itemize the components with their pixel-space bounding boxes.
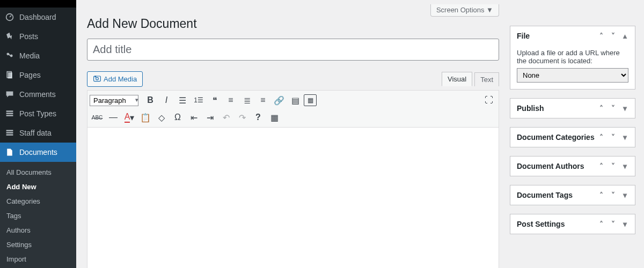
move-up-icon[interactable]: ˄ bbox=[597, 133, 605, 142]
file-location-select[interactable]: None bbox=[517, 68, 628, 83]
screen-options-button[interactable]: Screen Options ▼ bbox=[430, 4, 499, 17]
move-up-icon[interactable]: ˄ bbox=[597, 220, 605, 228]
list-icon bbox=[4, 108, 15, 119]
redo-button[interactable]: ↷ bbox=[235, 110, 250, 125]
metabox-title: File bbox=[517, 32, 530, 40]
file-help-text: Upload a file or add a URL where the doc… bbox=[517, 49, 628, 65]
toolbar-toggle-button[interactable]: ▦ bbox=[304, 94, 317, 106]
svg-point-2 bbox=[10, 55, 13, 57]
editor-content-area[interactable] bbox=[87, 128, 499, 268]
clear-formatting-button[interactable]: ◇ bbox=[154, 110, 169, 125]
sidebar-label: Dashboard bbox=[19, 13, 56, 21]
fullscreen-button[interactable]: ⛶ bbox=[481, 93, 496, 108]
submenu-item-all-documents[interactable]: All Documents bbox=[0, 165, 76, 180]
metabox-file: File ˄ ˅ ▴ Upload a file or add a URL wh… bbox=[510, 26, 635, 90]
outdent-button[interactable]: ⇤ bbox=[186, 110, 201, 125]
blockquote-button[interactable]: ❝ bbox=[207, 93, 222, 108]
metabox-categories-header[interactable]: Document Categories ˄ ˅ ▾ bbox=[510, 128, 635, 147]
move-down-icon[interactable]: ˅ bbox=[609, 162, 617, 170]
metabox-file-header[interactable]: File ˄ ˅ ▴ bbox=[510, 26, 635, 46]
help-button[interactable]: ? bbox=[251, 110, 266, 125]
table-button[interactable]: ▦ bbox=[267, 110, 282, 125]
tab-visual[interactable]: Visual bbox=[442, 72, 472, 86]
sidebar-item-post-types[interactable]: Post Types bbox=[0, 104, 76, 123]
metabox-column: File ˄ ˅ ▴ Upload a file or add a URL wh… bbox=[510, 0, 644, 268]
submenu-item-settings[interactable]: Settings bbox=[0, 237, 76, 252]
sidebar-item-documents[interactable]: Documents bbox=[0, 143, 76, 162]
sidebar-label: Pages bbox=[19, 71, 41, 79]
bullet-list-button[interactable]: ☰ bbox=[175, 93, 190, 108]
svg-rect-8 bbox=[6, 130, 13, 131]
strikethrough-button[interactable]: ABC bbox=[90, 110, 105, 125]
move-up-icon[interactable]: ˄ bbox=[597, 104, 605, 113]
sidebar-item-posts[interactable]: Posts bbox=[0, 27, 76, 46]
align-center-button[interactable]: ≣ bbox=[239, 93, 254, 108]
toggle-icon[interactable]: ▴ bbox=[621, 32, 628, 40]
svg-rect-10 bbox=[6, 134, 13, 135]
sidebar-label: Post Types bbox=[19, 109, 56, 118]
align-right-button[interactable]: ≡ bbox=[255, 93, 270, 108]
horizontal-rule-button[interactable]: — bbox=[106, 110, 121, 125]
move-down-icon[interactable]: ˅ bbox=[609, 104, 617, 113]
camera-icon bbox=[93, 74, 101, 84]
move-up-icon[interactable]: ˄ bbox=[597, 162, 605, 170]
media-icon bbox=[4, 50, 15, 61]
toggle-icon[interactable]: ▾ bbox=[621, 104, 628, 113]
title-input[interactable] bbox=[87, 39, 499, 61]
svg-rect-6 bbox=[6, 113, 13, 114]
sidebar-item-comments[interactable]: Comments bbox=[0, 85, 76, 104]
editor: Paragraph B I ☰ 1☰ ❝ ≡ ≣ ≡ 🔗 ▤ ▦ ⛶ bbox=[87, 90, 499, 268]
toggle-icon[interactable]: ▾ bbox=[621, 162, 628, 170]
paste-text-button[interactable]: 📋 bbox=[138, 110, 153, 125]
sidebar-submenu: All Documents Add New Categories Tags Au… bbox=[0, 162, 76, 268]
list-icon bbox=[4, 128, 15, 138]
metabox-title: Post Settings bbox=[517, 220, 565, 228]
page-title: Add New Document bbox=[87, 17, 499, 31]
add-media-label: Add Media bbox=[104, 75, 137, 83]
sidebar-item-media[interactable]: Media bbox=[0, 46, 76, 65]
bold-button[interactable]: B bbox=[143, 93, 158, 108]
sidebar-item-pages[interactable]: Pages bbox=[0, 65, 76, 85]
submenu-item-import[interactable]: Import bbox=[0, 252, 76, 266]
toggle-icon[interactable]: ▾ bbox=[621, 133, 628, 142]
submenu-item-tags[interactable]: Tags bbox=[0, 209, 76, 223]
metabox-title: Publish bbox=[517, 104, 544, 113]
sidebar-item-staff-data[interactable]: Staff data bbox=[0, 123, 76, 143]
move-down-icon[interactable]: ˅ bbox=[609, 220, 617, 228]
metabox-categories: Document Categories ˄ ˅ ▾ bbox=[510, 127, 635, 147]
editor-tabs: Visual Text bbox=[440, 72, 499, 86]
move-down-icon[interactable]: ˅ bbox=[609, 133, 617, 142]
metabox-authors-header[interactable]: Document Authors ˄ ˅ ▾ bbox=[510, 157, 635, 176]
tab-text[interactable]: Text bbox=[474, 72, 499, 86]
move-up-icon[interactable]: ˄ bbox=[597, 191, 605, 199]
move-down-icon[interactable]: ˅ bbox=[609, 32, 617, 40]
sidebar-label: Comments bbox=[19, 90, 56, 99]
special-character-button[interactable]: Ω bbox=[170, 110, 185, 125]
link-button[interactable]: 🔗 bbox=[272, 93, 287, 108]
read-more-button[interactable]: ▤ bbox=[288, 93, 303, 108]
metabox-post-settings-header[interactable]: Post Settings ˄ ˅ ▾ bbox=[510, 214, 635, 234]
italic-button[interactable]: I bbox=[159, 93, 174, 108]
align-left-button[interactable]: ≡ bbox=[223, 93, 238, 108]
add-media-button[interactable]: Add Media bbox=[87, 71, 143, 87]
metabox-tags-header[interactable]: Document Tags ˄ ˅ ▾ bbox=[510, 185, 635, 205]
metabox-title: Document Categories bbox=[517, 133, 595, 142]
submenu-item-authors[interactable]: Authors bbox=[0, 223, 76, 237]
indent-button[interactable]: ⇥ bbox=[202, 110, 217, 125]
toggle-icon[interactable]: ▾ bbox=[621, 220, 628, 228]
svg-rect-9 bbox=[6, 132, 13, 133]
svg-point-13 bbox=[94, 76, 96, 77]
toggle-icon[interactable]: ▾ bbox=[621, 191, 628, 199]
numbered-list-button[interactable]: 1☰ bbox=[191, 93, 206, 108]
metabox-tags: Document Tags ˄ ˅ ▾ bbox=[510, 185, 635, 205]
format-select[interactable]: Paragraph bbox=[90, 95, 138, 106]
document-icon bbox=[4, 147, 15, 158]
undo-button[interactable]: ↶ bbox=[218, 110, 233, 125]
sidebar-item-dashboard[interactable]: Dashboard bbox=[0, 8, 76, 27]
text-color-button[interactable]: A ▾ bbox=[122, 110, 137, 125]
submenu-item-add-new[interactable]: Add New bbox=[0, 180, 76, 194]
move-up-icon[interactable]: ˄ bbox=[597, 32, 605, 40]
move-down-icon[interactable]: ˅ bbox=[609, 191, 617, 199]
metabox-publish-header[interactable]: Publish ˄ ˅ ▾ bbox=[510, 99, 635, 118]
submenu-item-categories[interactable]: Categories bbox=[0, 194, 76, 209]
